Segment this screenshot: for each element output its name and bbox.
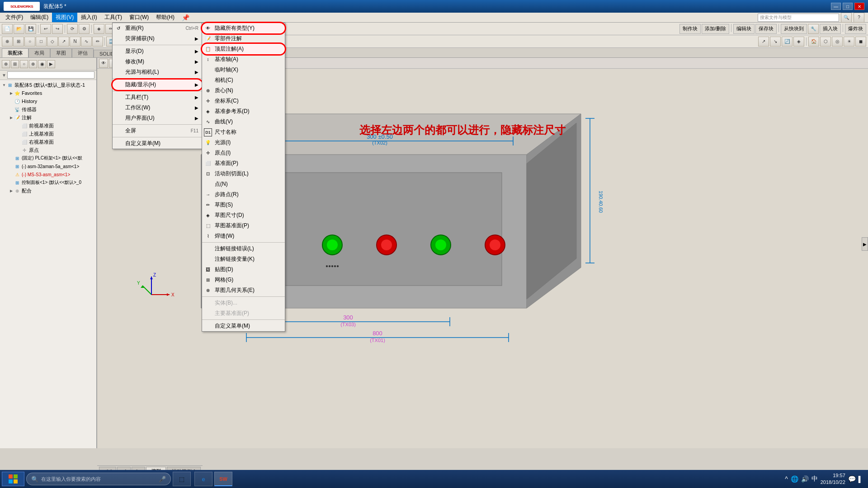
decals-icon: 🖼 xyxy=(204,266,212,274)
network-icon[interactable]: 🌐 xyxy=(791,475,798,483)
temp-axis[interactable]: 临时轴(X) xyxy=(202,65,285,75)
hide-show-arrow: ▶ xyxy=(195,82,198,87)
sketch-dim-icon: ◈ xyxy=(204,211,212,220)
points[interactable]: 点(N) xyxy=(202,179,285,189)
main-plane: 主要基准面(P) xyxy=(202,308,285,319)
datum-axis[interactable]: ↕ 基准轴(A) xyxy=(202,54,285,65)
hide-show-submenu: 👁 隐藏所有类型(Y) 📝 零部件注解 📋 顶层注解(A) ↕ 基准轴(A) 临… xyxy=(202,23,285,332)
clock-time: 19:57 xyxy=(821,472,845,479)
grid-icon: ⊞ xyxy=(204,276,212,284)
menu-sep-5 xyxy=(113,137,202,137)
menu-display[interactable]: 显示(D) ▶ xyxy=(113,46,202,56)
grid[interactable]: ⊞ 网格(G) xyxy=(202,275,285,285)
modify-arrow: ▶ xyxy=(195,59,198,64)
datum-plane-icon: ⬜ xyxy=(204,160,212,168)
menu-sep-4 xyxy=(113,124,202,125)
sketch-dim[interactable]: ◈ 草图尺寸(D) xyxy=(202,210,285,221)
sketch-plane-icon: ⬚ xyxy=(204,222,212,230)
coord-system[interactable]: ✛ 坐标系(C) xyxy=(202,96,285,106)
redraw-icon: ↺ xyxy=(114,24,123,33)
ann-link-errors[interactable]: 注解链接错误(L) xyxy=(202,244,285,254)
show-desktop[interactable]: ▌ xyxy=(859,476,863,483)
menu-sep-3 xyxy=(113,91,202,91)
task-view-button[interactable]: ⬚ xyxy=(173,472,191,486)
lights-arrow: ▶ xyxy=(195,70,198,75)
windows-logo-icon xyxy=(9,474,18,483)
svg-rect-12 xyxy=(9,474,13,479)
menu-screen-capture[interactable]: 荧屏捕获(N) ▶ xyxy=(113,33,202,44)
capture-arrow: ▶ xyxy=(195,36,198,41)
taskbar-mic-icon[interactable]: 🎤 xyxy=(159,476,166,483)
section-icon: ⊡ xyxy=(204,170,212,178)
light-source[interactable]: 💡 光源(I) xyxy=(202,137,285,148)
sketch-relations[interactable]: ⊗ 草图几何关系(E) xyxy=(202,285,285,296)
taskbar-app-sw[interactable]: SW xyxy=(214,472,232,486)
volume-icon[interactable]: 🔊 xyxy=(801,475,809,483)
route-icon: → xyxy=(204,191,212,199)
sw-app-label: SW xyxy=(219,476,227,482)
menu-lights[interactable]: 光源与相机(L) ▶ xyxy=(113,67,202,77)
dropdown-overlay: ↺ 重画(R) Ctrl+R 荧屏捕获(N) ▶ 显示(D) ▶ 修改(M) ▶… xyxy=(0,0,868,488)
hide-all-types[interactable]: 👁 隐藏所有类型(Y) xyxy=(202,23,285,33)
taskbar-apps: e SW xyxy=(194,472,232,486)
decals[interactable]: 🖼 贴图(D) xyxy=(202,264,285,275)
menu-sep-1 xyxy=(113,45,202,45)
menu-user-interface[interactable]: 用户界面(U) ▶ xyxy=(113,113,202,123)
sketch-icon: ✏ xyxy=(204,201,212,209)
datum-plane[interactable]: ⬜ 基准面(P) xyxy=(202,158,285,169)
menu-hide-show[interactable]: 隐藏/显示(H) ▶ xyxy=(113,80,202,90)
top-level-annotations[interactable]: 📋 顶层注解(A) xyxy=(202,44,285,54)
solid-body: 实体(B)... xyxy=(202,298,285,308)
weld-icon: ⌇ xyxy=(204,232,212,240)
start-button[interactable] xyxy=(2,472,24,486)
dim-icon: D1 xyxy=(204,128,212,136)
menu-modify[interactable]: 修改(M) ▶ xyxy=(113,56,202,67)
weld-bead[interactable]: ⌇ 焊缝(W) xyxy=(202,231,285,241)
notification-icon[interactable]: 💬 xyxy=(848,475,856,483)
menu-fullscreen[interactable]: 全屏 F11 xyxy=(113,126,202,136)
top-ann-icon: 📋 xyxy=(204,45,212,53)
active-section[interactable]: ⊡ 活动剖切面(L) xyxy=(202,169,285,179)
taskbar-search-icon: 🔍 xyxy=(31,476,38,483)
menu-redraw[interactable]: ↺ 重画(R) Ctrl+R xyxy=(113,23,202,33)
menu-workspace[interactable]: 工作区(W) ▶ xyxy=(113,103,202,113)
menu-customize[interactable]: 自定义菜单(M) xyxy=(113,138,202,149)
relations-icon: ⊗ xyxy=(204,286,212,295)
ann-link-vars[interactable]: 注解链接变量(K) xyxy=(202,254,285,264)
redraw-shortcut: Ctrl+R xyxy=(185,26,198,31)
origin-icon: ✛ xyxy=(204,149,212,157)
red-circle-hide-show xyxy=(111,78,203,91)
taskbar-right: ^ 🌐 🔊 中 19:57 2018/10/22 💬 ▌ xyxy=(785,472,866,486)
origin-item[interactable]: ✛ 原点(I) xyxy=(202,148,285,158)
windows-taskbar: 🔍 在这里输入你要搜索的内容 🎤 ⬚ e SW ^ 🌐 🔊 中 19:57 20… xyxy=(0,470,868,488)
component-annotations[interactable]: 📝 零部件注解 xyxy=(202,33,285,44)
taskbar-search[interactable]: 🔍 在这里输入你要搜索的内容 🎤 xyxy=(26,473,171,485)
sketch-plane[interactable]: ⬚ 草图基准面(P) xyxy=(202,221,285,231)
clock-date: 2018/10/22 xyxy=(821,479,845,486)
sketch-item[interactable]: ✏ 草图(S) xyxy=(202,200,285,210)
hide-all-icon: 👁 xyxy=(204,24,212,33)
route-points[interactable]: → 步路点(R) xyxy=(202,189,285,200)
ui-arrow: ▶ xyxy=(195,116,198,121)
light-icon: 💡 xyxy=(204,139,212,147)
comp-ann-icon: 📝 xyxy=(204,35,212,43)
center-of-mass[interactable]: ⊕ 质心(N) xyxy=(202,85,285,96)
svg-rect-15 xyxy=(14,479,18,483)
menu-toolbar[interactable]: 工具栏(T) ▶ xyxy=(113,92,202,103)
clock[interactable]: 19:57 2018/10/22 xyxy=(821,472,845,486)
curves[interactable]: ∿ 曲线(V) xyxy=(202,117,285,127)
workspace-arrow: ▶ xyxy=(195,105,198,110)
sub-sep-2 xyxy=(202,296,285,297)
curves-icon: ∿ xyxy=(204,118,212,126)
taskbar-app-ie[interactable]: e xyxy=(194,472,212,486)
menu-sep-2 xyxy=(113,78,202,79)
svg-rect-14 xyxy=(9,479,13,483)
sub-customize-menu[interactable]: 自定义菜单(M) xyxy=(202,321,285,331)
lang-icon[interactable]: 中 xyxy=(811,475,818,483)
coord-icon: ✛ xyxy=(204,97,212,105)
datum-ref[interactable]: ◈ 基准参考系(D) xyxy=(202,106,285,117)
view-menu-dropdown: ↺ 重画(R) Ctrl+R 荧屏捕获(N) ▶ 显示(D) ▶ 修改(M) ▶… xyxy=(112,23,203,149)
dim-names[interactable]: D1 尺寸名称 xyxy=(202,127,285,137)
camera[interactable]: 相机(C) xyxy=(202,75,285,85)
tray-icon-1[interactable]: ^ xyxy=(785,475,788,483)
